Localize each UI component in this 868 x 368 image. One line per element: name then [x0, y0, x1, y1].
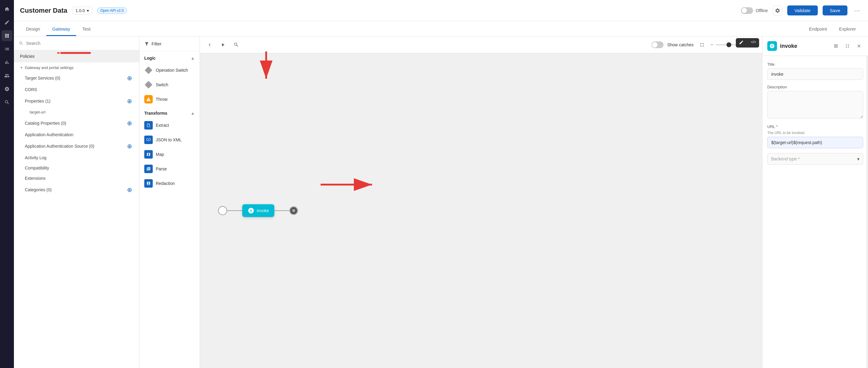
map-icon — [144, 150, 153, 159]
invoke-node[interactable]: invoke — [242, 204, 274, 217]
tab-explorer[interactable]: Explorer — [833, 23, 862, 36]
panel-title: invoke — [780, 43, 829, 49]
filter-header[interactable]: Filter — [140, 36, 199, 52]
filter-label: Filter — [152, 41, 161, 46]
gateway-portal-section[interactable]: ▼ Gateway and portal settings — [14, 62, 139, 72]
flow-line-1 — [227, 210, 242, 211]
nav-home-icon[interactable] — [1, 4, 12, 15]
target-url-item[interactable]: target-url — [14, 108, 139, 117]
extensions-label: Extensions — [25, 176, 45, 181]
zoom-out-button[interactable]: − — [710, 42, 713, 48]
target-services-label: Target Services (0) — [25, 76, 60, 81]
validate-button[interactable]: Validate — [787, 5, 818, 16]
add-categories-button[interactable]: ⊕ — [126, 186, 133, 193]
add-target-services-button[interactable]: ⊕ — [126, 75, 133, 82]
title-field-label: Title — [767, 62, 863, 66]
nav-list-icon[interactable] — [1, 44, 12, 54]
description-textarea[interactable] — [767, 91, 863, 118]
nav-people-icon[interactable] — [1, 70, 12, 81]
redaction-item[interactable]: Redaction — [140, 176, 199, 191]
offline-toggle-group: Offline — [741, 7, 768, 14]
switch-label: Switch — [156, 82, 168, 87]
operation-switch-item[interactable]: Operation Switch — [140, 63, 199, 78]
add-app-auth-source-button[interactable]: ⊕ — [126, 143, 133, 150]
cors-item[interactable]: CORS — [14, 84, 139, 95]
canvas-visual-edit-button[interactable] — [736, 38, 747, 48]
canvas-back-button[interactable] — [205, 40, 214, 50]
logic-section-label[interactable]: Logic ▲ — [140, 52, 199, 63]
show-catches-toggle[interactable] — [651, 41, 663, 48]
extensions-item[interactable]: Extensions — [14, 173, 139, 183]
extract-item[interactable]: Extract — [140, 118, 199, 133]
transforms-section-label[interactable]: Transforms ▲ — [140, 107, 199, 118]
cors-label: CORS — [25, 87, 37, 92]
version-selector[interactable]: 1.0.0 ▾ — [72, 7, 92, 15]
canvas-code-edit-button[interactable]: </> — [748, 38, 759, 48]
url-helper-text: The URL to be invoked. — [767, 131, 863, 135]
operation-switch-label: Operation Switch — [156, 68, 188, 73]
add-properties-button[interactable]: ⊕ — [126, 97, 133, 105]
flow-diagram: invoke — [218, 204, 298, 217]
backend-type-wrapper: Backend type * HTTP HTTPS GraphQL — [767, 153, 863, 165]
catalog-properties-item[interactable]: Catalog Properties (0) ⊕ — [14, 117, 139, 130]
offline-label: Offline — [755, 8, 768, 13]
right-panel: invoke Title Description URL The URL to … — [762, 36, 868, 368]
description-field-label: Description — [767, 85, 863, 89]
title-input[interactable] — [767, 68, 863, 80]
invoke-panel-icon — [767, 41, 777, 51]
compatibility-item[interactable]: Compatibility — [14, 163, 139, 173]
nav-settings-icon[interactable] — [1, 84, 12, 94]
app-auth-item[interactable]: Application Authentication — [14, 130, 139, 140]
invoke-icon — [248, 207, 254, 214]
tab-endpoint[interactable]: Endpoint — [803, 23, 833, 36]
categories-label: Categories (0) — [25, 187, 52, 192]
logic-collapse-btn[interactable]: ▲ — [190, 56, 195, 60]
canvas-search-button[interactable] — [231, 40, 241, 50]
switch-item[interactable]: Switch — [140, 78, 199, 92]
categories-item[interactable]: Categories (0) ⊕ — [14, 183, 139, 196]
map-item[interactable]: Map — [140, 147, 199, 162]
sidebar-policies-item[interactable]: Policies — [14, 50, 139, 62]
transforms-collapse-btn[interactable]: ▲ — [190, 111, 195, 116]
target-services-item[interactable]: Target Services (0) ⊕ — [14, 72, 139, 84]
save-button[interactable]: Save — [823, 5, 847, 16]
backend-type-select[interactable]: Backend type * HTTP HTTPS GraphQL — [767, 153, 863, 165]
properties-label: Properties (1) — [25, 98, 51, 104]
add-catalog-properties-button[interactable]: ⊕ — [126, 119, 133, 127]
throw-item[interactable]: Throw — [140, 92, 199, 107]
api-version-badge: Open API v2.0 — [97, 7, 127, 14]
json-to-xml-item[interactable]: JSON to XML — [140, 133, 199, 147]
panel-scrollbar[interactable] — [866, 36, 868, 368]
map-label: Map — [156, 152, 164, 157]
app-auth-source-label: Application Authentication Source (0) — [25, 144, 94, 149]
tab-design[interactable]: Design — [20, 23, 46, 36]
panel-expand-button[interactable] — [832, 42, 840, 50]
nav-edit-icon[interactable] — [1, 17, 12, 28]
expand-canvas-button[interactable] — [697, 40, 707, 50]
nav-chart-icon[interactable] — [1, 57, 12, 68]
nav-rail — [0, 0, 14, 368]
parse-item[interactable]: Parse — [140, 162, 199, 176]
canvas-toolbar: Show catches − + — [200, 36, 762, 53]
tabs-bar: Design Gateway Test Endpoint Explorer — [14, 21, 868, 36]
properties-item[interactable]: Properties (1) ⊕ — [14, 95, 139, 108]
panel-close-button[interactable] — [855, 42, 863, 50]
app-auth-source-item[interactable]: Application Authentication Source (0) ⊕ — [14, 140, 139, 152]
show-catches-label: Show catches — [667, 43, 693, 47]
activity-log-item[interactable]: Activity Log — [14, 152, 139, 163]
canvas-area: Show catches − + invoke — [200, 36, 762, 368]
nav-search-icon[interactable] — [1, 97, 12, 108]
search-input[interactable] — [26, 40, 134, 46]
more-options-button[interactable]: ⋯ — [852, 6, 862, 16]
tab-gateway[interactable]: Gateway — [46, 23, 76, 36]
gear-button[interactable] — [773, 6, 782, 16]
offline-toggle[interactable] — [741, 7, 753, 14]
extract-label: Extract — [156, 123, 169, 128]
tab-test[interactable]: Test — [76, 23, 97, 36]
canvas-play-button[interactable] — [218, 40, 228, 50]
url-input[interactable] — [767, 137, 863, 148]
left-sidebar: Policies ▼ Gateway and portal settings T… — [14, 36, 140, 368]
nav-apps-icon[interactable] — [1, 30, 12, 41]
panel-fullscreen-button[interactable] — [843, 42, 852, 50]
parse-label: Parse — [156, 166, 167, 171]
